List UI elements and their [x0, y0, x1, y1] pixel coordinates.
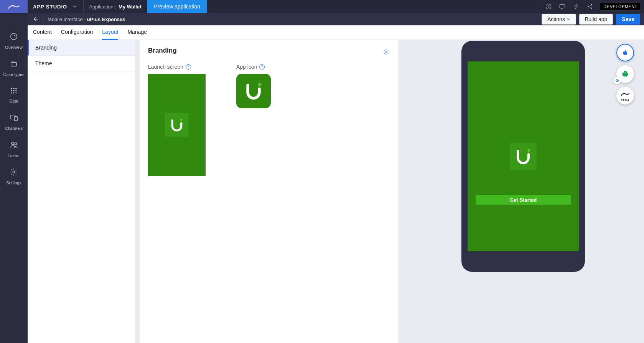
svg-point-5: [591, 8, 592, 9]
nav-channels[interactable]: Channels: [0, 109, 28, 137]
pega-logo[interactable]: [0, 0, 28, 13]
svg-text:?: ?: [548, 5, 550, 8]
svg-rect-7: [11, 62, 17, 66]
svg-point-12: [13, 90, 14, 91]
nav-overview[interactable]: Overview: [0, 28, 28, 56]
layout-side-list: Branding Theme: [28, 40, 135, 343]
svg-point-21: [13, 171, 15, 173]
back-button[interactable]: [28, 13, 43, 25]
build-app-button[interactable]: Build app: [579, 14, 613, 25]
topbar: APP STUDIO Application : My Wallet Previ…: [0, 0, 644, 13]
crumb-name: uPlus Expenses: [87, 17, 125, 22]
app-icon-tile[interactable]: [236, 74, 271, 108]
svg-point-4: [591, 4, 592, 5]
phone-frame: Get Started: [461, 41, 585, 272]
panel-title: Branding: [148, 47, 390, 55]
environment-badge: DEVELOPMENT: [600, 3, 641, 10]
svg-rect-18: [15, 116, 17, 121]
launch-logo-container: [165, 113, 189, 137]
nav-label: Settings: [6, 181, 21, 185]
crumb-prefix: Mobile interface :: [48, 17, 86, 22]
launch-screen-block: Launch screen ?: [148, 64, 206, 176]
nav-label: Case types: [3, 72, 24, 77]
gauge-icon: [10, 32, 18, 43]
gear-icon: [10, 168, 18, 178]
svg-point-13: [15, 90, 16, 91]
preview-area: Get Started ⟳ PEGA: [403, 40, 644, 343]
svg-point-11: [11, 90, 12, 91]
nav-casetypes[interactable]: Case types: [0, 56, 28, 83]
launch-screen-tile[interactable]: [148, 74, 206, 176]
studio-title: APP STUDIO: [28, 4, 72, 10]
pega-label: PEGA: [621, 99, 629, 101]
save-button[interactable]: Save: [616, 14, 640, 25]
get-started-button[interactable]: Get Started: [475, 194, 571, 205]
bolt-icon[interactable]: [569, 0, 583, 13]
users-icon: [10, 141, 18, 151]
svg-rect-2: [560, 5, 565, 8]
nav-label: Users: [8, 153, 20, 158]
uplus-logo-icon: [243, 80, 264, 102]
android-toggle[interactable]: ⟳: [616, 65, 634, 83]
svg-point-15: [13, 92, 14, 93]
tab-configuration[interactable]: Configuration: [61, 25, 93, 40]
svg-point-22: [385, 51, 387, 53]
studio-switcher[interactable]: [72, 0, 84, 13]
tabs-row: Content Configuration Layout Manage: [28, 25, 644, 40]
application-label: Application :: [84, 4, 119, 10]
grid-icon: [10, 87, 18, 96]
svg-point-9: [13, 88, 14, 89]
breadcrumb: Mobile interface : uPlus Expenses: [43, 17, 130, 22]
svg-point-20: [15, 143, 17, 145]
nav-data[interactable]: Data: [0, 83, 28, 109]
help-icon[interactable]: ?: [186, 64, 191, 70]
refresh-icon[interactable]: ⟳: [613, 77, 621, 85]
nav-label: Channels: [5, 126, 23, 131]
chat-icon[interactable]: [555, 0, 569, 13]
tab-manage[interactable]: Manage: [127, 25, 147, 40]
side-item-branding[interactable]: Branding: [28, 40, 135, 56]
nav-label: Data: [9, 99, 18, 103]
nav-label: Overview: [5, 45, 23, 50]
app-icon-block: App icon ?: [236, 64, 271, 176]
nav-users[interactable]: Users: [0, 137, 28, 164]
branding-panel: Branding Launch screen ?: [140, 40, 398, 343]
pega-toggle[interactable]: PEGA: [616, 87, 634, 104]
app-icon-label: App icon: [236, 64, 257, 70]
briefcase-icon: [10, 60, 18, 70]
ios-toggle[interactable]: [616, 44, 634, 61]
svg-point-3: [588, 6, 589, 7]
tab-content[interactable]: Content: [33, 25, 52, 40]
help-icon[interactable]: ?: [542, 0, 555, 13]
side-item-theme[interactable]: Theme: [28, 56, 135, 71]
tab-layout[interactable]: Layout: [102, 25, 118, 40]
svg-point-8: [11, 88, 12, 89]
help-icon[interactable]: ?: [259, 64, 265, 70]
share-icon[interactable]: [583, 0, 597, 13]
phone-logo-container: [510, 143, 537, 170]
nav-settings[interactable]: Settings: [0, 164, 28, 191]
svg-point-10: [15, 88, 16, 89]
svg-point-16: [15, 92, 16, 93]
phone-screen: Get Started: [468, 61, 579, 251]
application-name[interactable]: My Wallet: [119, 0, 147, 13]
launch-screen-label: Launch screen: [148, 64, 183, 70]
svg-point-19: [12, 142, 14, 144]
svg-point-14: [11, 92, 12, 93]
device-toggle-stack: ⟳ PEGA: [616, 44, 634, 104]
workspace: Branding Theme Branding Launch screen ?: [28, 40, 644, 343]
uplus-logo-icon: [168, 116, 185, 133]
left-nav: Overview Case types Data Channels Users: [0, 13, 28, 343]
devices-icon: [10, 113, 18, 124]
subbar: Mobile interface : uPlus Expenses Action…: [0, 13, 644, 25]
preview-application-button[interactable]: Preview application: [147, 0, 208, 13]
actions-button[interactable]: Actions: [542, 14, 576, 25]
panel-settings-icon[interactable]: [383, 48, 390, 57]
uplus-logo-icon: [513, 146, 533, 166]
